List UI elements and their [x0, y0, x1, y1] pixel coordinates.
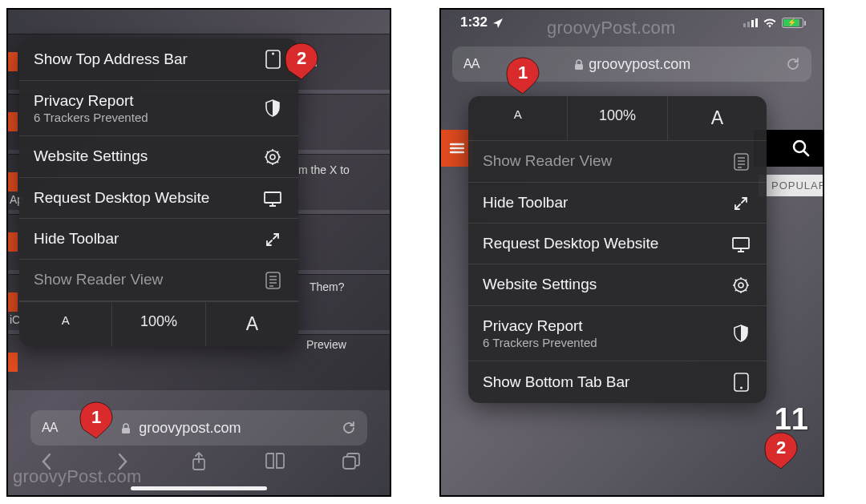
popular-chip[interactable]: POPULAR [759, 175, 824, 196]
address-bar-bottom-icon [730, 373, 752, 392]
cellular-icon [743, 18, 758, 27]
menu-hide-toolbar[interactable]: Hide Toolbar [19, 219, 298, 260]
gear-icon [730, 276, 752, 294]
menu-request-desktop[interactable]: Request Desktop Website [19, 178, 298, 219]
display-icon [261, 189, 284, 207]
expand-icon [261, 230, 284, 248]
reload-icon[interactable] [786, 57, 800, 72]
svg-rect-11 [575, 64, 583, 70]
gear-icon [261, 147, 284, 166]
location-icon [492, 14, 504, 30]
search-icon[interactable] [792, 139, 810, 157]
forward-icon[interactable] [112, 451, 133, 472]
count-overlay: 11 [775, 402, 808, 437]
reload-icon[interactable] [342, 421, 356, 436]
aa-menu: A 100% A Show Reader View Hide Toolbar R… [468, 96, 767, 403]
address-bar[interactable]: AA groovypost.com [30, 410, 367, 446]
menu-show-top-address-bar[interactable]: Show Top Address Bar [19, 38, 298, 81]
aa-button[interactable]: AA [42, 421, 57, 435]
svg-point-15 [734, 279, 747, 292]
zoom-out[interactable]: A [468, 96, 568, 140]
menu-privacy-report[interactable]: Privacy Report 6 Trackers Prevented [19, 81, 298, 136]
menu-reader-view: Show Reader View [468, 141, 767, 183]
menu-show-bottom-tab-bar[interactable]: Show Bottom Tab Bar [468, 361, 767, 403]
shield-icon [261, 99, 284, 118]
lock-icon [574, 58, 584, 71]
shield-icon [730, 324, 752, 342]
svg-point-16 [739, 283, 743, 288]
url-text: groovypost.com [589, 56, 690, 73]
svg-point-2 [266, 151, 279, 163]
privacy-sub: 6 Trackers Prevented [34, 111, 261, 124]
zoom-out[interactable]: A [19, 302, 112, 346]
address-bar-top-icon [261, 50, 284, 69]
privacy-sub: 6 Trackers Prevented [483, 336, 730, 349]
share-icon[interactable] [188, 451, 209, 472]
phone-left: Ap iC nd m the X to Them? Preview groovy… [6, 8, 391, 497]
battery-icon: ⚡ [782, 18, 803, 28]
menu-privacy-report[interactable]: Privacy Report 6 Trackers Prevented [468, 306, 767, 361]
menu-website-settings[interactable]: Website Settings [19, 136, 298, 178]
reader-icon [730, 152, 752, 171]
aa-button[interactable]: AA [463, 57, 479, 71]
menu-request-desktop[interactable]: Request Desktop Website [468, 224, 767, 264]
status-time: 1:32 [460, 14, 488, 30]
zoom-pct[interactable]: 100% [568, 96, 667, 140]
svg-point-1 [272, 53, 274, 55]
back-icon[interactable] [36, 451, 57, 472]
zoom-in[interactable]: A [668, 96, 767, 140]
bottom-toolbar [8, 442, 390, 481]
watermark: groovyPost.com [547, 18, 676, 38]
zoom-in[interactable]: A [206, 302, 298, 346]
svg-rect-8 [343, 457, 355, 469]
menu-hide-toolbar[interactable]: Hide Toolbar [468, 183, 767, 224]
svg-rect-6 [122, 428, 130, 433]
address-bar[interactable]: AA groovypost.com [452, 46, 811, 82]
wifi-icon [763, 14, 777, 30]
expand-icon [730, 194, 752, 212]
svg-rect-4 [265, 192, 281, 203]
svg-rect-14 [733, 238, 749, 248]
menu-website-settings[interactable]: Website Settings [468, 264, 767, 306]
zoom-row: A 100% A [468, 96, 767, 141]
menu-reader-view: Show Reader View [19, 260, 298, 301]
display-icon [730, 235, 752, 252]
tabs-icon[interactable] [341, 451, 362, 472]
svg-point-3 [270, 155, 275, 159]
zoom-row: A 100% A [19, 301, 298, 346]
bookmarks-icon[interactable] [265, 451, 285, 472]
home-indicator [131, 486, 267, 490]
svg-point-18 [740, 386, 743, 389]
lock-icon [121, 421, 131, 434]
zoom-pct[interactable]: 100% [112, 302, 205, 346]
phone-right: 1:32 ⚡ groovyPost.com AA groovypost.com [439, 8, 824, 497]
url-text: groovypost.com [139, 420, 334, 437]
reader-icon [261, 271, 284, 289]
aa-menu: Show Top Address Bar Privacy Report 6 Tr… [19, 38, 298, 346]
